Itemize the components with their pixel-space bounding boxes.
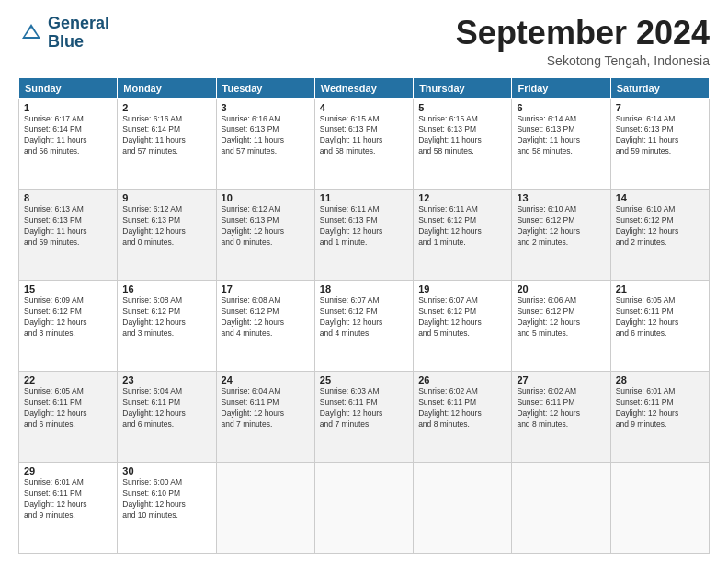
day-info: Sunrise: 6:04 AM Sunset: 6:11 PM Dayligh… — [222, 386, 310, 431]
day-cell: 23Sunrise: 6:04 AM Sunset: 6:11 PM Dayli… — [118, 372, 216, 463]
day-info: Sunrise: 6:01 AM Sunset: 6:11 PM Dayligh… — [616, 386, 704, 431]
day-cell: 21Sunrise: 6:05 AM Sunset: 6:11 PM Dayli… — [610, 281, 709, 372]
day-cell: 28Sunrise: 6:01 AM Sunset: 6:11 PM Dayli… — [610, 372, 709, 463]
day-info: Sunrise: 6:13 AM Sunset: 6:13 PM Dayligh… — [24, 204, 112, 248]
day-info: Sunrise: 6:06 AM Sunset: 6:12 PM Dayligh… — [517, 295, 605, 339]
day-number: 28 — [616, 374, 704, 385]
month-title: September 2024 — [456, 15, 710, 52]
day-number: 1 — [24, 102, 112, 113]
logo: General Blue — [18, 15, 109, 52]
day-info: Sunrise: 6:01 AM Sunset: 6:11 PM Dayligh… — [24, 477, 112, 522]
weekday-sunday: Sunday — [19, 77, 118, 98]
week-row-3: 22Sunrise: 6:05 AM Sunset: 6:11 PM Dayli… — [19, 372, 710, 463]
day-info: Sunrise: 6:03 AM Sunset: 6:11 PM Dayligh… — [320, 386, 408, 431]
day-info: Sunrise: 6:05 AM Sunset: 6:11 PM Dayligh… — [24, 386, 112, 431]
day-number: 27 — [517, 374, 605, 385]
logo-text: General Blue — [48, 15, 109, 52]
day-info: Sunrise: 6:07 AM Sunset: 6:12 PM Dayligh… — [320, 295, 408, 339]
day-number: 25 — [320, 374, 408, 385]
logo-line2: Blue — [48, 32, 84, 51]
day-info: Sunrise: 6:15 AM Sunset: 6:13 PM Dayligh… — [418, 114, 506, 158]
day-number: 30 — [122, 465, 210, 477]
day-info: Sunrise: 6:07 AM Sunset: 6:12 PM Dayligh… — [418, 295, 506, 339]
day-cell: 27Sunrise: 6:02 AM Sunset: 6:11 PM Dayli… — [512, 372, 610, 463]
day-number: 21 — [616, 283, 704, 294]
day-info: Sunrise: 6:16 AM Sunset: 6:13 PM Dayligh… — [222, 114, 310, 158]
day-cell — [610, 463, 709, 554]
logo-line1: General — [48, 14, 109, 32]
day-cell: 17Sunrise: 6:08 AM Sunset: 6:12 PM Dayli… — [216, 281, 314, 372]
day-info: Sunrise: 6:02 AM Sunset: 6:11 PM Dayligh… — [517, 386, 605, 431]
week-row-0: 1Sunrise: 6:17 AM Sunset: 6:14 PM Daylig… — [19, 98, 710, 190]
day-info: Sunrise: 6:11 AM Sunset: 6:13 PM Dayligh… — [320, 204, 408, 248]
day-cell: 7Sunrise: 6:14 AM Sunset: 6:13 PM Daylig… — [610, 98, 709, 190]
day-cell: 9Sunrise: 6:12 AM Sunset: 6:13 PM Daylig… — [118, 190, 216, 281]
day-number: 20 — [517, 283, 605, 294]
day-info: Sunrise: 6:12 AM Sunset: 6:13 PM Dayligh… — [122, 204, 210, 248]
day-number: 2 — [122, 102, 210, 113]
weekday-tuesday: Tuesday — [216, 77, 314, 98]
day-number: 5 — [418, 102, 506, 113]
day-number: 23 — [122, 374, 210, 385]
day-cell — [414, 463, 512, 554]
day-info: Sunrise: 6:00 AM Sunset: 6:10 PM Dayligh… — [122, 477, 210, 522]
day-info: Sunrise: 6:08 AM Sunset: 6:12 PM Dayligh… — [222, 295, 310, 339]
day-cell: 4Sunrise: 6:15 AM Sunset: 6:13 PM Daylig… — [314, 98, 413, 190]
day-info: Sunrise: 6:16 AM Sunset: 6:14 PM Dayligh… — [122, 114, 210, 158]
day-info: Sunrise: 6:14 AM Sunset: 6:13 PM Dayligh… — [517, 114, 605, 158]
day-info: Sunrise: 6:12 AM Sunset: 6:13 PM Dayligh… — [222, 204, 310, 248]
day-info: Sunrise: 6:02 AM Sunset: 6:11 PM Dayligh… — [418, 386, 506, 431]
day-cell: 1Sunrise: 6:17 AM Sunset: 6:14 PM Daylig… — [19, 98, 118, 190]
day-info: Sunrise: 6:11 AM Sunset: 6:12 PM Dayligh… — [418, 204, 506, 248]
day-number: 26 — [418, 374, 506, 385]
day-number: 3 — [222, 102, 310, 113]
day-number: 15 — [24, 283, 112, 294]
day-cell: 15Sunrise: 6:09 AM Sunset: 6:12 PM Dayli… — [19, 281, 118, 372]
day-cell: 29Sunrise: 6:01 AM Sunset: 6:11 PM Dayli… — [19, 463, 118, 554]
day-cell: 22Sunrise: 6:05 AM Sunset: 6:11 PM Dayli… — [19, 372, 118, 463]
day-info: Sunrise: 6:15 AM Sunset: 6:13 PM Dayligh… — [320, 114, 408, 158]
day-cell: 2Sunrise: 6:16 AM Sunset: 6:14 PM Daylig… — [118, 98, 216, 190]
day-cell: 16Sunrise: 6:08 AM Sunset: 6:12 PM Dayli… — [118, 281, 216, 372]
day-info: Sunrise: 6:05 AM Sunset: 6:11 PM Dayligh… — [616, 295, 704, 339]
subtitle: Sekotong Tengah, Indonesia — [456, 53, 710, 68]
day-cell: 20Sunrise: 6:06 AM Sunset: 6:12 PM Dayli… — [512, 281, 610, 372]
day-info: Sunrise: 6:17 AM Sunset: 6:14 PM Dayligh… — [24, 114, 112, 158]
weekday-friday: Friday — [512, 77, 610, 98]
day-cell: 6Sunrise: 6:14 AM Sunset: 6:13 PM Daylig… — [512, 98, 610, 190]
day-info: Sunrise: 6:10 AM Sunset: 6:12 PM Dayligh… — [616, 204, 704, 248]
day-cell: 25Sunrise: 6:03 AM Sunset: 6:11 PM Dayli… — [314, 372, 413, 463]
day-cell — [512, 463, 610, 554]
day-cell: 8Sunrise: 6:13 AM Sunset: 6:13 PM Daylig… — [19, 190, 118, 281]
day-cell: 13Sunrise: 6:10 AM Sunset: 6:12 PM Dayli… — [512, 190, 610, 281]
day-info: Sunrise: 6:04 AM Sunset: 6:11 PM Dayligh… — [122, 386, 210, 431]
day-number: 4 — [320, 102, 408, 113]
title-block: September 2024 Sekotong Tengah, Indonesi… — [456, 15, 710, 68]
day-cell — [314, 463, 413, 554]
header: General Blue September 2024 Sekotong Ten… — [18, 15, 710, 68]
day-number: 24 — [222, 374, 310, 385]
weekday-thursday: Thursday — [414, 77, 512, 98]
day-info: Sunrise: 6:14 AM Sunset: 6:13 PM Dayligh… — [616, 114, 704, 158]
week-row-4: 29Sunrise: 6:01 AM Sunset: 6:11 PM Dayli… — [19, 463, 710, 554]
day-number: 14 — [616, 192, 704, 203]
day-number: 12 — [418, 192, 506, 203]
day-cell: 11Sunrise: 6:11 AM Sunset: 6:13 PM Dayli… — [314, 190, 413, 281]
calendar-table: SundayMondayTuesdayWednesdayThursdayFrid… — [18, 77, 710, 554]
day-cell: 24Sunrise: 6:04 AM Sunset: 6:11 PM Dayli… — [216, 372, 314, 463]
page: General Blue September 2024 Sekotong Ten… — [0, 0, 728, 563]
day-info: Sunrise: 6:09 AM Sunset: 6:12 PM Dayligh… — [24, 295, 112, 339]
day-number: 19 — [418, 283, 506, 294]
day-cell: 10Sunrise: 6:12 AM Sunset: 6:13 PM Dayli… — [216, 190, 314, 281]
day-cell: 3Sunrise: 6:16 AM Sunset: 6:13 PM Daylig… — [216, 98, 314, 190]
day-cell: 5Sunrise: 6:15 AM Sunset: 6:13 PM Daylig… — [414, 98, 512, 190]
day-info: Sunrise: 6:08 AM Sunset: 6:12 PM Dayligh… — [122, 295, 210, 339]
weekday-saturday: Saturday — [610, 77, 709, 98]
weekday-header-row: SundayMondayTuesdayWednesdayThursdayFrid… — [19, 77, 710, 98]
day-cell: 26Sunrise: 6:02 AM Sunset: 6:11 PM Dayli… — [414, 372, 512, 463]
day-number: 7 — [616, 102, 704, 113]
day-number: 18 — [320, 283, 408, 294]
day-number: 29 — [24, 465, 112, 477]
day-cell: 14Sunrise: 6:10 AM Sunset: 6:12 PM Dayli… — [610, 190, 709, 281]
day-cell: 12Sunrise: 6:11 AM Sunset: 6:12 PM Dayli… — [414, 190, 512, 281]
